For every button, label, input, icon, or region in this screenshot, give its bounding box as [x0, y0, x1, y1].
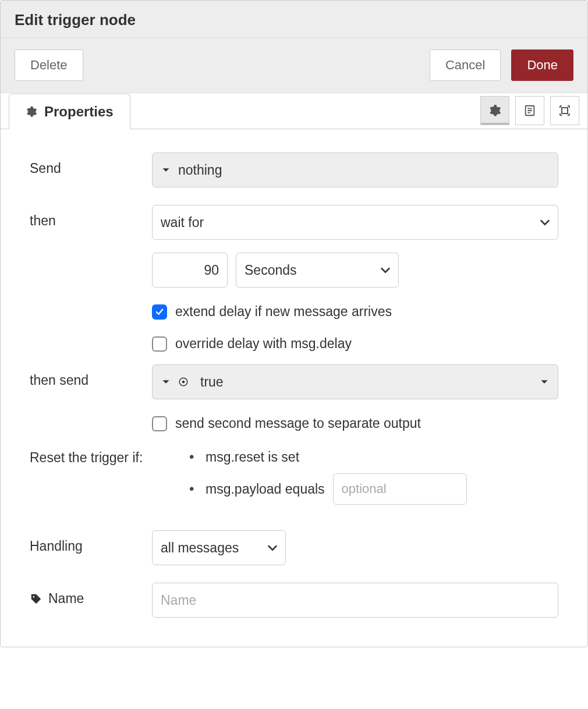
- boolean-icon: [178, 377, 189, 387]
- reset-condition-2: msg.payload equals: [200, 473, 558, 505]
- appearance-icon-button[interactable]: [550, 96, 579, 125]
- svg-rect-4: [562, 108, 568, 114]
- extend-delay-checkbox[interactable]: [152, 304, 167, 320]
- caret-down-icon: [540, 378, 548, 386]
- gear-icon: [26, 106, 37, 118]
- then-send-typed-input[interactable]: true: [152, 364, 558, 399]
- duration-units-select[interactable]: Seconds: [236, 253, 399, 288]
- then-mode-select[interactable]: wait for: [152, 205, 558, 240]
- dialog-title: Edit trigger node: [1, 1, 587, 38]
- separate-output-label: send second message to separate output: [175, 416, 421, 431]
- done-button[interactable]: Done: [511, 49, 573, 81]
- then-label: then: [30, 205, 152, 229]
- extend-delay-label: extend delay if new message arrives: [175, 304, 392, 320]
- caret-down-icon: [162, 378, 170, 386]
- reset-conditions-list: msg.reset is set msg.payload equals: [187, 449, 558, 513]
- override-delay-checkbox[interactable]: [152, 336, 167, 352]
- reset-payload-input[interactable]: [333, 473, 467, 505]
- name-label: Name: [30, 583, 152, 607]
- override-delay-label: override delay with msg.delay: [175, 336, 352, 352]
- svg-point-6: [182, 381, 185, 384]
- dialog-toolbar: Delete Cancel Done: [1, 38, 587, 93]
- tab-properties[interactable]: Properties: [9, 94, 130, 129]
- send-typed-input[interactable]: nothing: [152, 153, 558, 187]
- tab-properties-label: Properties: [44, 104, 114, 120]
- edit-dialog: Edit trigger node Delete Cancel Done Pro…: [0, 0, 588, 647]
- cancel-button[interactable]: Cancel: [430, 49, 501, 81]
- reset-condition-1: msg.reset is set: [200, 449, 558, 465]
- tag-icon: [30, 593, 42, 605]
- description-icon-button[interactable]: [515, 96, 544, 125]
- properties-icon-button[interactable]: [480, 96, 509, 125]
- handling-select[interactable]: all messages: [152, 530, 286, 565]
- caret-down-icon: [162, 166, 170, 174]
- name-input[interactable]: [152, 583, 558, 618]
- properties-form: Send nothing then wait for: [1, 129, 587, 647]
- tab-row: Properties: [1, 93, 587, 129]
- handling-label: Handling: [30, 530, 152, 554]
- then-send-value: true: [200, 374, 224, 390]
- reset-label: Reset the trigger if:: [30, 449, 169, 466]
- then-send-label: then send: [30, 364, 152, 388]
- send-label: Send: [30, 153, 152, 176]
- delete-button[interactable]: Delete: [15, 49, 83, 81]
- send-value: nothing: [178, 162, 222, 178]
- separate-output-checkbox[interactable]: [152, 416, 167, 431]
- duration-input[interactable]: [152, 253, 228, 288]
